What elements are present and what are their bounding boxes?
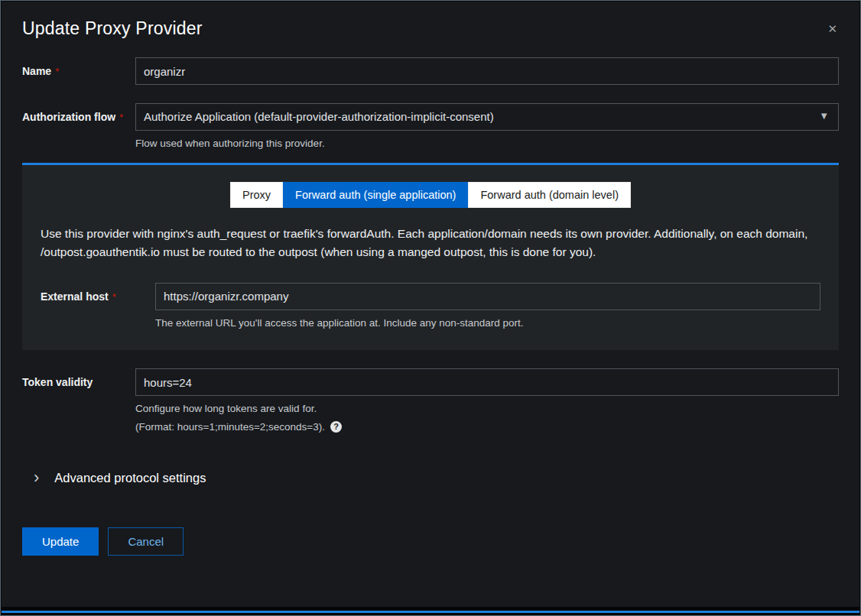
- token-validity-input[interactable]: [135, 368, 839, 396]
- token-validity-format-help: (Format: hours=1;minutes=2;seconds=3). ?: [135, 420, 839, 435]
- token-validity-field: Configure how long tokens are valid for.…: [135, 368, 839, 434]
- mode-description: Use this provider with nginx's auth_requ…: [41, 225, 820, 261]
- external-host-label-text: External host: [41, 290, 109, 303]
- modal-title: Update Proxy Provider: [22, 18, 203, 39]
- update-proxy-provider-modal: Update Proxy Provider ✕ Name* Authorizat…: [2, 2, 859, 607]
- external-host-field-row: External host* The external URL you'll a…: [41, 283, 820, 331]
- mode-toggle-forward-auth-domain[interactable]: Forward auth (domain level): [468, 182, 631, 208]
- bottom-accent-bar: [2, 611, 859, 613]
- token-validity-format-text: (Format: hours=1;minutes=2;seconds=3).: [135, 420, 325, 435]
- mode-toggle-forward-auth-single[interactable]: Forward auth (single application): [283, 182, 468, 208]
- token-validity-help: Configure how long tokens are valid for.: [135, 401, 839, 417]
- advanced-protocol-settings-expander[interactable]: › Advanced protocol settings: [22, 469, 839, 486]
- required-asterisk: *: [112, 291, 116, 303]
- proxy-mode-panel: Proxy Forward auth (single application) …: [22, 163, 839, 351]
- authorization-flow-field-row: Authorization flow* Authorize Applicatio…: [22, 103, 839, 151]
- mode-toggle-proxy[interactable]: Proxy: [230, 182, 283, 208]
- token-validity-field-row: Token validity Configure how long tokens…: [22, 368, 839, 434]
- name-field-row: Name*: [22, 57, 839, 85]
- name-input[interactable]: [135, 57, 839, 85]
- required-asterisk: *: [119, 112, 123, 123]
- mode-toggle-group: Proxy Forward auth (single application) …: [41, 182, 820, 208]
- external-host-label: External host*: [41, 283, 155, 304]
- token-validity-label-text: Token validity: [22, 376, 93, 388]
- chevron-right-icon: ›: [34, 469, 39, 486]
- external-host-input[interactable]: [155, 283, 820, 310]
- caret-down-icon: ▼: [819, 110, 829, 122]
- name-label: Name*: [22, 57, 135, 79]
- update-button[interactable]: Update: [22, 527, 99, 556]
- authorization-flow-label-text: Authorization flow: [22, 111, 115, 123]
- modal-header: Update Proxy Provider ✕: [22, 18, 839, 39]
- advanced-protocol-settings-label: Advanced protocol settings: [54, 471, 206, 485]
- close-icon[interactable]: ✕: [826, 18, 839, 39]
- authorization-flow-help: Flow used when authorizing this provider…: [135, 136, 839, 151]
- name-label-text: Name: [22, 65, 51, 77]
- help-question-icon[interactable]: ?: [330, 421, 342, 433]
- modal-actions: Update Cancel: [22, 527, 839, 556]
- external-host-field: The external URL you'll access the appli…: [155, 283, 820, 331]
- authorization-flow-selected-value: Authorize Application (default-provider-…: [144, 110, 494, 123]
- authorization-flow-label: Authorization flow*: [22, 103, 135, 125]
- cancel-button[interactable]: Cancel: [108, 527, 184, 556]
- external-host-help: The external URL you'll access the appli…: [155, 316, 820, 331]
- app-window: Update Proxy Provider ✕ Name* Authorizat…: [0, 0, 861, 616]
- token-validity-label: Token validity: [22, 368, 135, 389]
- authorization-flow-select[interactable]: Authorize Application (default-provider-…: [135, 103, 839, 131]
- required-asterisk: *: [55, 66, 59, 77]
- name-field: [135, 57, 839, 85]
- authorization-flow-field: Authorize Application (default-provider-…: [135, 103, 839, 151]
